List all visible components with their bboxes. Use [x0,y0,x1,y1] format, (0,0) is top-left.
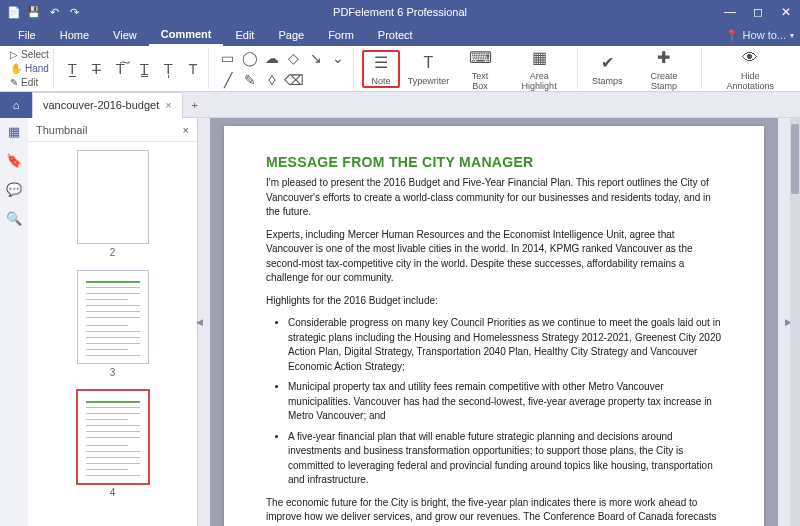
minimize-icon[interactable]: — [716,0,744,24]
stamps-button[interactable]: ✔ Stamps [586,50,628,88]
body-text: Highlights for the 2016 Budget include: [266,294,722,309]
insert-tool[interactable]: T̳ [134,58,156,80]
thumbnail-list[interactable]: 2 3 4 [28,142,197,526]
thumbnail-title: Thumbnail [36,124,87,136]
replace-tool[interactable]: T̩ [158,58,180,80]
body-text: I'm pleased to present the 2016 Budget a… [266,176,722,220]
note-button[interactable]: ☰ Note [362,50,400,88]
thumbnail-page[interactable]: 3 [77,270,149,378]
menu-page[interactable]: Page [266,24,316,46]
textbox-button[interactable]: ⌨ Text Box [457,45,503,93]
thumbnail-panel: Thumbnail × 2 3 4 [28,118,198,526]
underline-tool[interactable]: T̲ [62,58,84,80]
body-text: Experts, including Mercer Human Resource… [266,228,722,286]
arrow-icon[interactable]: ↘ [305,47,327,69]
menu-view[interactable]: View [101,24,149,46]
menu-bar: File Home View Comment Edit Page Form Pr… [0,24,800,46]
highlight-tool[interactable]: T [182,58,204,80]
textbox-icon: ⌨ [469,47,491,69]
delete-shape-icon[interactable]: ⌫ [283,69,305,91]
thumbnail-page[interactable]: 4 [77,390,149,498]
title-bar: 📄 💾 ↶ ↷ PDFelement 6 Professional — ◻ ✕ [0,0,800,24]
tab-strip: ⌂ vancouver-2016-budget × + [0,92,800,118]
ribbon: ▷Select ✋Hand ✎Edit T̲ T̶ T͠ T̳ T̩ T ▭ ◯… [0,46,800,92]
bullet-list: Considerable progress on many key Counci… [266,316,722,488]
thumbnails-icon[interactable]: ▦ [8,124,20,139]
squiggly-tool[interactable]: T͠ [110,58,132,80]
thumbnail-header: Thumbnail × [28,118,197,142]
scrollbar-thumb[interactable] [791,124,799,194]
more-shapes-icon[interactable]: ⌄ [327,47,349,69]
quick-launch: 📄 💾 ↶ ↷ [0,4,82,20]
body-text: The economic future for the City is brig… [266,496,722,527]
hide-annotations-group: 👁 Hide Annotations [706,48,794,89]
menu-comment[interactable]: Comment [149,24,224,46]
polygon-icon[interactable]: ◇ [283,47,305,69]
menu-file[interactable]: File [6,24,48,46]
side-nav: ▦ 🔖 💬 🔍 [0,118,28,526]
stamp-icon: ✔ [596,52,618,74]
menu-home[interactable]: Home [48,24,101,46]
maximize-icon[interactable]: ◻ [744,0,772,24]
close-tab-icon[interactable]: × [165,99,171,111]
search-icon[interactable]: 🔍 [6,211,22,226]
hide-annotations-button[interactable]: 👁 Hide Annotations [710,45,790,93]
home-icon: ⌂ [13,99,20,111]
shape-tools: ▭ ◯ ☁ ◇ ↘ ⌄ ╱ ✎ ◊ ⌫ [213,48,354,89]
create-stamp-icon: ✚ [653,47,675,69]
close-icon[interactable]: ✕ [772,0,800,24]
hand-icon: ✋ [10,63,22,74]
document-scroll[interactable]: MESSAGE FROM THE CITY MANAGER I'm please… [210,118,778,526]
howto-link[interactable]: 📍 How to... ▾ [725,29,794,42]
select-tool[interactable]: ▷Select [10,48,49,62]
menu-form[interactable]: Form [316,24,366,46]
menu-protect[interactable]: Protect [366,24,425,46]
list-item: Considerable progress on many key Counci… [288,316,722,374]
location-icon: 📍 [725,29,739,42]
document-viewport: ◀ MESSAGE FROM THE CITY MANAGER I'm plea… [198,118,800,526]
undo-icon[interactable]: ↶ [46,4,62,20]
typewriter-icon: T [417,52,439,74]
eraser-icon[interactable]: ◊ [261,69,283,91]
page-left-caret[interactable]: ◀ [196,317,203,327]
redo-icon[interactable]: ↷ [66,4,82,20]
selection-tools: ▷Select ✋Hand ✎Edit [6,48,54,89]
cursor-icon: ▷ [10,49,18,60]
typewriter-button[interactable]: T Typewriter [402,50,455,88]
stamp-buttons: ✔ Stamps ✚ Create Stamp [582,48,702,89]
area-highlight-icon: ▦ [528,47,550,69]
edit-tool[interactable]: ✎Edit [10,75,38,89]
oval-icon[interactable]: ◯ [239,47,261,69]
app-icon: 📄 [6,4,22,20]
page-content: MESSAGE FROM THE CITY MANAGER I'm please… [224,126,764,526]
area-highlight-button[interactable]: ▦ Area Highlight [505,45,573,93]
list-item: Municipal property tax and utility fees … [288,380,722,424]
create-stamp-button[interactable]: ✚ Create Stamp [630,45,697,93]
workspace: ▦ 🔖 💬 🔍 Thumbnail × 2 3 4 ◀ [0,118,800,526]
thumbnail-page[interactable]: 2 [77,150,149,258]
menu-edit[interactable]: Edit [223,24,266,46]
line-icon[interactable]: ╱ [217,69,239,91]
howto-label: How to... [743,29,786,41]
bookmark-icon[interactable]: 🔖 [6,153,22,168]
vertical-scrollbar[interactable] [790,118,800,526]
page-heading: MESSAGE FROM THE CITY MANAGER [266,154,722,170]
close-panel-icon[interactable]: × [183,124,189,136]
annotation-buttons: ☰ Note T Typewriter ⌨ Text Box ▦ Area Hi… [358,48,578,89]
window-controls: — ◻ ✕ [716,0,800,24]
app-title: PDFelement 6 Professional [333,6,467,18]
new-tab-button[interactable]: + [183,92,207,118]
text-style-tools: T̲ T̶ T͠ T̳ T̩ T [58,48,209,89]
strikethrough-tool[interactable]: T̶ [86,58,108,80]
pencil-icon[interactable]: ✎ [239,69,261,91]
cloud-icon[interactable]: ☁ [261,47,283,69]
document-tab[interactable]: vancouver-2016-budget × [32,92,183,118]
save-icon[interactable]: 💾 [26,4,42,20]
comments-icon[interactable]: 💬 [6,182,22,197]
tab-label: vancouver-2016-budget [43,99,159,111]
chevron-down-icon: ▾ [790,31,794,40]
hand-tool[interactable]: ✋Hand [10,62,49,76]
home-tab-button[interactable]: ⌂ [0,92,32,118]
rect-icon[interactable]: ▭ [217,47,239,69]
list-item: A five-year financial plan that will ena… [288,430,722,488]
